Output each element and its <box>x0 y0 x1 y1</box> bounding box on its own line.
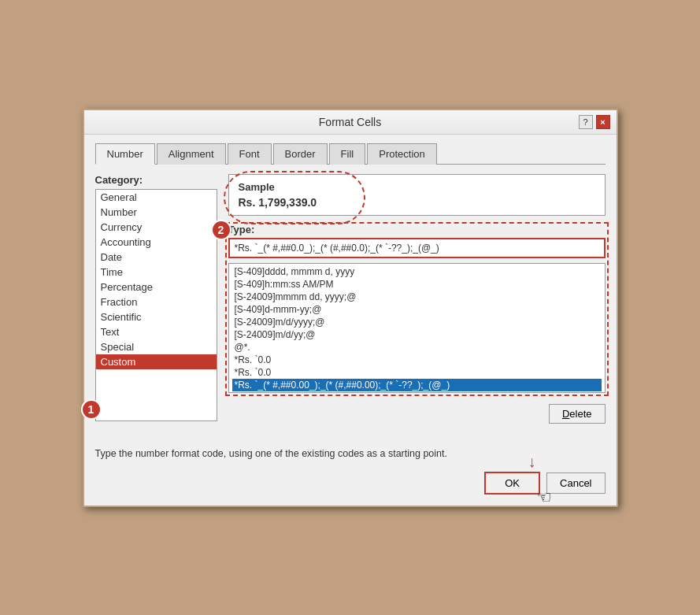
type-format-wrapper: Type: [S-409]dddd, mmmm d, yyyy [S-409]h… <box>228 224 606 393</box>
tab-number[interactable]: Number <box>95 143 155 165</box>
category-item-scientific[interactable]: Scientific <box>96 309 217 324</box>
format-cells-dialog: Format Cells ? × Number Alignment Font B… <box>83 109 618 507</box>
right-panel: 2 Sample Rs. 1,799,339.0 Type: <box>228 174 606 442</box>
format-item[interactable]: @*. <box>232 341 602 354</box>
category-item-accounting[interactable]: Accounting <box>96 235 217 250</box>
title-bar-controls: ? × <box>579 115 610 129</box>
button-row: ↓ OK ☜ Cancel <box>95 472 606 495</box>
type-label: Type: <box>228 224 606 235</box>
category-item-time[interactable]: Time <box>96 265 217 280</box>
category-section: Category: General Number Currency Accoun… <box>95 174 217 442</box>
category-label: Category: <box>95 174 217 186</box>
delete-underline: Delete <box>562 408 592 420</box>
delete-button[interactable]: Delete <box>549 404 606 424</box>
type-section: Type: <box>228 224 606 258</box>
dialog-content: Number Alignment Font Border Fill Protec… <box>84 135 617 506</box>
dialog-body: Category: General Number Currency Accoun… <box>95 174 606 442</box>
category-item-currency[interactable]: Currency <box>96 220 217 235</box>
format-list: [S-409]dddd, mmmm d, yyyy [S-409]h:mm:ss… <box>229 264 605 393</box>
category-item-date[interactable]: Date <box>96 250 217 265</box>
close-button[interactable]: × <box>596 115 610 129</box>
category-item-custom[interactable]: Custom <box>96 354 217 369</box>
category-item-text[interactable]: Text <box>96 324 217 339</box>
tab-border[interactable]: Border <box>273 143 328 165</box>
help-button[interactable]: ? <box>579 115 593 129</box>
category-item-fraction[interactable]: Fraction <box>96 295 217 309</box>
format-item[interactable]: *Rs. `0.0 <box>232 366 602 379</box>
category-item-percentage[interactable]: Percentage <box>96 280 217 295</box>
format-item[interactable]: [S-409]h:mm:ss AM/PM <box>232 278 602 291</box>
badge-two: 2 <box>211 220 231 240</box>
category-item-general[interactable]: General <box>96 190 217 205</box>
tab-protection[interactable]: Protection <box>367 143 437 165</box>
format-item-selected[interactable]: *Rs. `_(* #,##0.00_);_(* (#,##0.00);_(* … <box>232 379 602 391</box>
tab-font[interactable]: Font <box>228 143 272 165</box>
format-item[interactable]: [S-409]d-mmm-yy;@ <box>232 303 602 316</box>
sample-label: Sample <box>239 181 595 193</box>
badge-one: 1 <box>81 399 102 420</box>
sample-box: Sample Rs. 1,799,339.0 <box>228 174 606 216</box>
ok-label: OK <box>505 477 520 489</box>
category-list[interactable]: General Number Currency Accounting Date … <box>95 189 217 421</box>
tab-bar: Number Alignment Font Border Fill Protec… <box>95 143 606 165</box>
format-item[interactable]: [S-409]dddd, mmmm d, yyyy <box>232 265 602 278</box>
tab-alignment[interactable]: Alignment <box>157 143 226 165</box>
ok-button[interactable]: OK <box>484 472 540 495</box>
format-item[interactable]: *Rs. `0.0 <box>232 354 602 366</box>
sample-container: Sample Rs. 1,799,339.0 <box>228 174 606 216</box>
format-item[interactable]: [S-24009]mmmm dd, yyyy;@ <box>232 291 602 303</box>
dialog-title: Format Cells <box>122 116 579 128</box>
type-input[interactable] <box>228 238 606 258</box>
format-item[interactable]: [S-24009]m/d/yy;@ <box>232 328 602 341</box>
format-item[interactable]: *Rs. `_(* #,##0.000_);_(* (#,##0.000);_(… <box>232 391 602 393</box>
cancel-button[interactable]: Cancel <box>546 472 605 494</box>
category-item-number[interactable]: Number <box>96 205 217 220</box>
arrow-indicator: ↓ <box>528 453 536 471</box>
delete-row: Delete <box>228 404 606 424</box>
tab-fill[interactable]: Fill <box>329 143 366 165</box>
format-list-container[interactable]: [S-409]dddd, mmmm d, yyyy [S-409]h:mm:ss… <box>228 263 606 393</box>
hand-cursor-icon: ☜ <box>536 487 552 508</box>
title-bar: Format Cells ? × <box>84 110 617 135</box>
category-item-special[interactable]: Special <box>96 339 217 354</box>
format-item[interactable]: [S-24009]m/d/yyyy;@ <box>232 316 602 328</box>
cancel-label: Cancel <box>560 477 591 489</box>
sample-value: Rs. 1,799,339.0 <box>239 196 595 209</box>
